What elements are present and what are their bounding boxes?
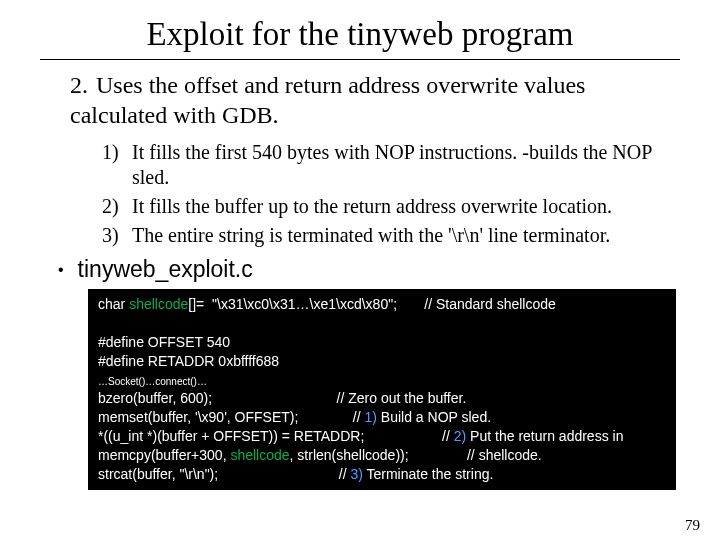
sub-item: 3) The entire string is terminated with … <box>102 223 680 248</box>
code-ref: 1) <box>365 409 377 425</box>
code-ident: shellcode <box>129 296 188 312</box>
code-ref: 3) <box>350 466 362 482</box>
sub-item: 1) It fills the first 540 bytes with NOP… <box>102 140 680 190</box>
sub-text: The entire string is terminated with the… <box>132 223 680 248</box>
numbered-item: 2.Uses the offset and return address ove… <box>70 70 680 130</box>
sub-text: It fills the first 540 bytes with NOP in… <box>132 140 680 190</box>
page-title: Exploit for the tinyweb program <box>40 16 680 53</box>
item-text: Uses the offset and return address overw… <box>70 72 585 128</box>
sub-number: 1) <box>102 140 132 190</box>
bullet-label: tinyweb_exploit.c <box>78 256 253 283</box>
bullet-icon: • <box>58 261 64 279</box>
bullet-item: • tinyweb_exploit.c <box>58 256 680 283</box>
code-ref: 2) <box>454 428 466 444</box>
divider <box>40 59 680 60</box>
sub-number: 2) <box>102 194 132 219</box>
slide-number: 79 <box>685 517 700 534</box>
sub-number: 3) <box>102 223 132 248</box>
sub-item: 2) It fills the buffer up to the return … <box>102 194 680 219</box>
item-number: 2. <box>70 70 96 100</box>
code-block: char shellcode[]= "\x31\xc0\x31…\xe1\xcd… <box>88 289 676 490</box>
code-ident: shellcode <box>230 447 289 463</box>
sub-text: It fills the buffer up to the return add… <box>132 194 680 219</box>
